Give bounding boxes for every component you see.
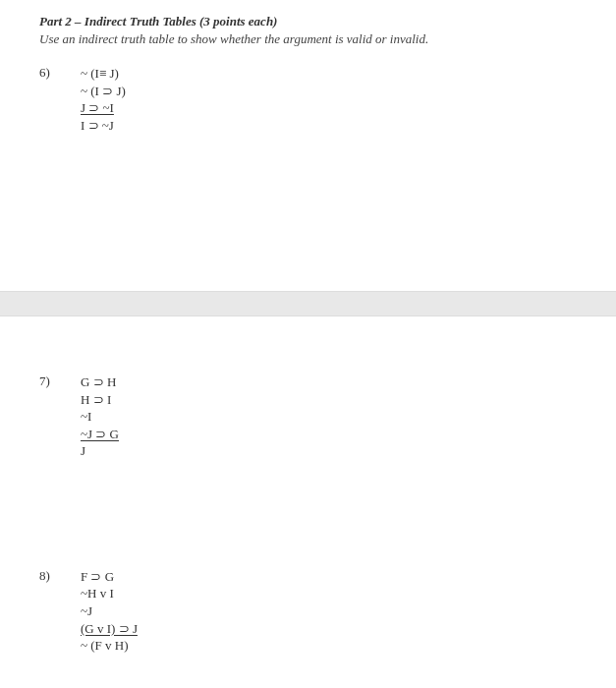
separator-band bbox=[0, 291, 616, 316]
problem-row: 6) ~ (I≡ J) ~ (I ⊃ J) J ⊃ ~I I ⊃ ~J bbox=[39, 65, 577, 134]
premise-line: H ⊃ I bbox=[81, 391, 119, 409]
premise-line-last: J ⊃ ~I bbox=[81, 99, 126, 117]
premise-block: G ⊃ H H ⊃ I ~I ~J ⊃ G J bbox=[81, 373, 119, 460]
problem-row: 7) G ⊃ H H ⊃ I ~I ~J ⊃ G J bbox=[39, 373, 577, 460]
premise-line: G ⊃ H bbox=[81, 373, 119, 391]
premise-line: ~ (I≡ J) bbox=[81, 65, 126, 83]
premise-line-last: ~J ⊃ G bbox=[81, 426, 119, 443]
premise-line-last: (G v I) ⊃ J bbox=[81, 620, 138, 638]
conclusion-line: ~ (F v H) bbox=[81, 637, 138, 655]
problem-number: 6) bbox=[39, 65, 81, 81]
problem-number: 8) bbox=[39, 568, 81, 584]
part-title: Part 2 – Indirect Truth Tables (3 points… bbox=[39, 14, 577, 29]
page-container: Part 2 – Indirect Truth Tables (3 points… bbox=[0, 0, 616, 674]
premise-line: ~H v I bbox=[81, 585, 138, 602]
premise-line: ~ (I ⊃ J) bbox=[81, 83, 126, 100]
problem-7: 7) G ⊃ H H ⊃ I ~I ~J ⊃ G J bbox=[39, 373, 577, 460]
instruction-text: Use an indirect truth table to show whet… bbox=[39, 31, 577, 47]
section-header: Part 2 – Indirect Truth Tables (3 points… bbox=[39, 14, 577, 47]
premise-line: ~J bbox=[81, 602, 138, 620]
conclusion-line: J bbox=[81, 442, 119, 460]
problem-row: 8) F ⊃ G ~H v I ~J (G v I) ⊃ J ~ (F v H) bbox=[39, 568, 577, 655]
part-title-text: Part 2 – Indirect Truth Tables (3 points… bbox=[39, 14, 277, 29]
conclusion-line: I ⊃ ~J bbox=[81, 117, 126, 135]
premise-block: ~ (I≡ J) ~ (I ⊃ J) J ⊃ ~I I ⊃ ~J bbox=[81, 65, 126, 134]
problem-8: 8) F ⊃ G ~H v I ~J (G v I) ⊃ J ~ (F v H) bbox=[39, 568, 577, 655]
problem-6: 6) ~ (I≡ J) ~ (I ⊃ J) J ⊃ ~I I ⊃ ~J bbox=[39, 65, 577, 134]
problem-number: 7) bbox=[39, 373, 81, 389]
premise-line: ~I bbox=[81, 408, 119, 426]
premise-block: F ⊃ G ~H v I ~J (G v I) ⊃ J ~ (F v H) bbox=[81, 568, 138, 655]
premise-line: F ⊃ G bbox=[81, 568, 138, 586]
